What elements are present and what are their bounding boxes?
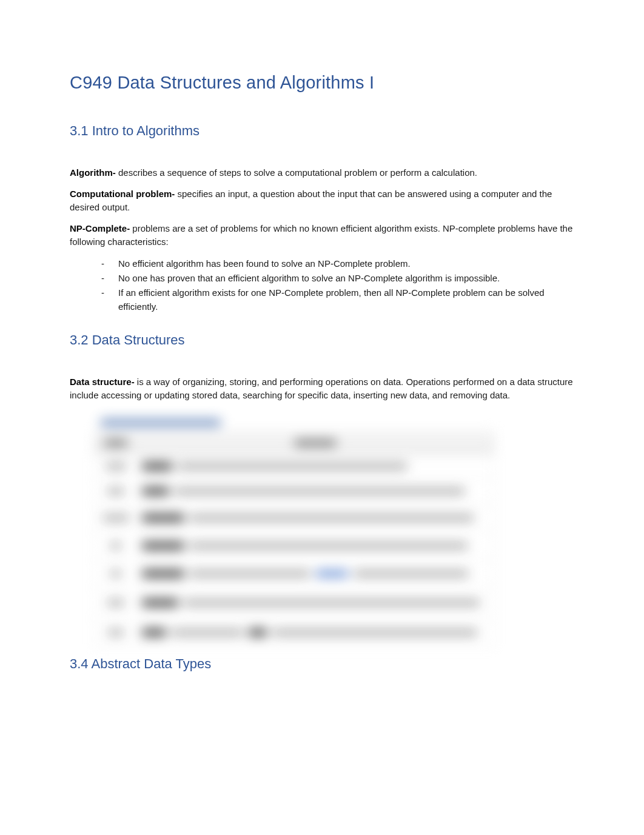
term-np-complete: NP-Complete- — [70, 223, 132, 233]
section-heading-3-4: 3.4 Abstract Data Types — [70, 656, 574, 672]
definition-algorithm: describes a sequence of steps to solve a… — [118, 167, 477, 178]
document-page: C949 Data Structures and Algorithms I 3.… — [0, 0, 644, 714]
blurred-data-structures-table — [94, 414, 494, 638]
term-data-structure: Data structure- — [70, 377, 137, 387]
definition-np-complete: problems are a set of problems for which… — [70, 223, 572, 247]
list-item: If an efficient algorithm exists for one… — [118, 286, 574, 314]
definition-data-structure: is a way of organizing, storing, and per… — [70, 377, 573, 401]
paragraph-data-structure: Data structure- is a way of organizing, … — [70, 375, 574, 403]
np-complete-characteristics-list: No efficient algorithm has been found to… — [70, 257, 574, 314]
term-computational-problem: Computational problem- — [70, 189, 178, 199]
paragraph-algorithm: Algorithm- describes a sequence of steps… — [70, 166, 574, 180]
section-heading-3-2: 3.2 Data Structures — [70, 332, 574, 348]
section-heading-3-1: 3.1 Intro to Algorithms — [70, 123, 574, 139]
page-title: C949 Data Structures and Algorithms I — [70, 73, 574, 93]
paragraph-np-complete: NP-Complete- problems are a set of probl… — [70, 222, 574, 249]
list-item: No efficient algorithm has been found to… — [118, 257, 574, 270]
paragraph-computational-problem: Computational problem- specifies an inpu… — [70, 187, 574, 215]
list-item: No one has proven that an efficient algo… — [118, 271, 574, 285]
term-algorithm: Algorithm- — [70, 167, 118, 178]
